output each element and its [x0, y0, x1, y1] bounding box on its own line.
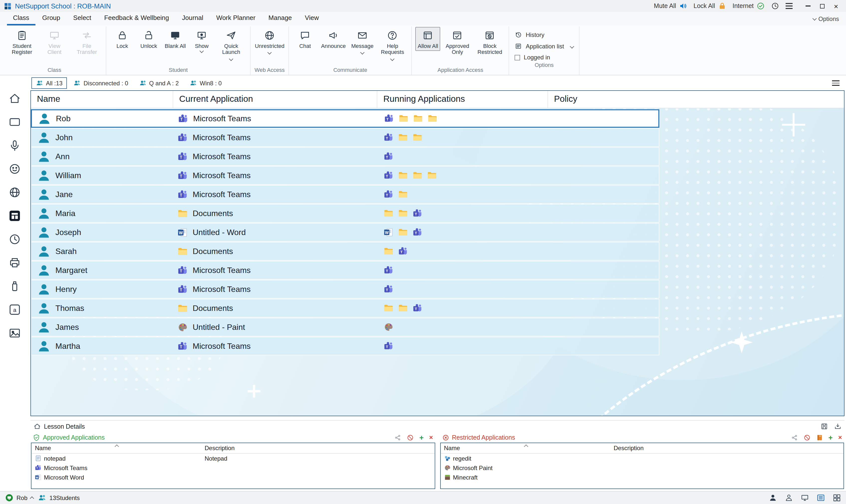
help-requests-button[interactable]: Help Requests [377, 27, 408, 62]
person-icon[interactable] [769, 493, 777, 502]
avatar-icon [37, 283, 50, 296]
menu-tab-select[interactable]: Select [67, 12, 97, 25]
internet-status[interactable]: Internet [733, 2, 764, 10]
lock-button[interactable]: Lock [110, 27, 135, 51]
maximize-button[interactable] [815, 0, 829, 12]
view-tab[interactable]: Q and A : 2 [135, 77, 183, 89]
home-icon[interactable] [8, 92, 21, 105]
student-register-button[interactable]: Student Register [6, 27, 37, 57]
student-row[interactable]: MarthaTMicrosoft TeamsT [31, 337, 659, 355]
share-icon[interactable] [394, 434, 401, 441]
app-list-row[interactable]: TMicrosoft Teams [32, 463, 434, 472]
screenshot-icon[interactable] [8, 327, 21, 339]
menu-icon[interactable] [786, 3, 793, 9]
file-transfer-button[interactable]: File Transfer [71, 27, 102, 57]
journal-icon[interactable] [816, 434, 823, 441]
minecraft-icon [444, 474, 450, 481]
web-access-icon[interactable] [8, 186, 21, 199]
student-row[interactable]: MariaDocumentsT [31, 204, 659, 222]
approved-only-button[interactable]: Approved Only [442, 27, 473, 57]
student-row[interactable]: JamesUntitled - Paint [31, 318, 659, 336]
announce-button[interactable]: Announce [319, 27, 348, 51]
column-header-policy[interactable]: Policy [548, 91, 844, 108]
microphone-icon[interactable] [8, 139, 21, 152]
menu-tab-feedback-wellbeing[interactable]: Feedback & Wellbeing [98, 12, 175, 25]
column-header-name[interactable]: Name [31, 91, 173, 108]
unrestricted-button[interactable]: Unrestricted [254, 27, 285, 56]
student-row[interactable]: RobTMicrosoft TeamsT [31, 109, 659, 128]
block-app-icon[interactable] [803, 434, 810, 441]
restricted-column-description[interactable]: Description [610, 443, 844, 453]
app-list-row[interactable]: regedit [440, 454, 844, 463]
mute-all-button[interactable]: Mute All [654, 2, 687, 10]
person-outline-icon[interactable] [785, 493, 793, 502]
time-limit-icon[interactable] [8, 233, 21, 246]
menu-tab-group[interactable]: Group [36, 12, 66, 25]
ribbon-options-toggle[interactable]: Options [813, 16, 844, 25]
add-app-icon[interactable]: + [419, 434, 424, 441]
quick-launch-button[interactable]: Quick Launch [216, 27, 247, 62]
student-row[interactable]: JohnTMicrosoft TeamsT [31, 128, 659, 147]
chat-button[interactable]: Chat [292, 27, 318, 51]
column-header-running-applications[interactable]: Running Applications [377, 91, 548, 108]
typing-history-icon[interactable]: a [8, 303, 21, 316]
show-button[interactable]: Show [189, 27, 214, 55]
block-app-icon[interactable] [407, 434, 414, 441]
menu-tab-class[interactable]: Class [7, 12, 35, 25]
connected-user[interactable]: Rob [5, 493, 33, 502]
print-icon[interactable] [8, 256, 21, 269]
menu-tab-view[interactable]: View [299, 12, 325, 25]
monitor-icon[interactable] [8, 116, 21, 128]
message-button[interactable]: Message [349, 27, 376, 56]
approved-column-description[interactable]: Description [201, 443, 434, 453]
block-restricted-button[interactable]: Block Restricted [474, 27, 505, 57]
close-button[interactable]: × [829, 0, 843, 12]
app-list-row[interactable]: WMicrosoft Word [32, 472, 434, 482]
app-list-row[interactable]: Minecraft [440, 472, 844, 482]
svg-text:T: T [415, 212, 417, 216]
logged-in-checkbox[interactable]: Logged in [515, 54, 574, 61]
student-row[interactable]: MargaretTMicrosoft TeamsT [31, 261, 659, 280]
clock-icon[interactable] [771, 2, 779, 10]
student-row[interactable]: WilliamTMicrosoft TeamsT [31, 166, 659, 185]
grid-view-icon[interactable] [832, 493, 841, 502]
blank-all-button[interactable]: Blank All [163, 27, 188, 51]
student-row[interactable]: HenryTMicrosoft TeamsT [31, 280, 659, 299]
quick-launch-icon [226, 30, 237, 41]
add-app-icon[interactable]: + [828, 434, 833, 441]
student-row[interactable]: JosephWUntitled - WordWT [31, 223, 659, 241]
lock-all-button[interactable]: Lock All [694, 2, 726, 10]
student-row[interactable]: SarahDocumentsT [31, 242, 659, 260]
application-list-button[interactable]: Application list [515, 42, 574, 50]
monitor-view-icon[interactable] [800, 493, 809, 502]
delete-app-icon[interactable]: × [429, 434, 433, 440]
view-client-button[interactable]: View Client [39, 27, 70, 57]
menu-tab-work-planner[interactable]: Work Planner [210, 12, 262, 25]
export-icon[interactable] [834, 423, 842, 430]
delete-app-icon[interactable]: × [838, 434, 842, 440]
menu-tab-journal[interactable]: Journal [176, 12, 209, 25]
unlock-button[interactable]: Unlock [136, 27, 161, 51]
allow-all-button[interactable]: Allow All [415, 27, 440, 51]
notepad-icon [35, 455, 41, 462]
menu-tab-manage[interactable]: Manage [263, 12, 298, 25]
student-row[interactable]: ThomasDocumentsT [31, 299, 659, 317]
list-menu-icon[interactable] [832, 80, 844, 86]
view-tab[interactable]: All :13 [32, 77, 67, 89]
save-icon[interactable] [821, 423, 828, 430]
student-row[interactable]: AnnTMicrosoft TeamsT [31, 147, 659, 166]
history-button[interactable]: History [515, 31, 574, 38]
view-tab[interactable]: Disconnected : 0 [69, 77, 133, 89]
student-row[interactable]: JaneTMicrosoft TeamsT [31, 185, 659, 203]
minimize-button[interactable] [801, 0, 815, 12]
applications-icon-active[interactable] [8, 210, 21, 222]
list-view-icon[interactable] [816, 493, 825, 502]
lesson-details-bar[interactable]: Lesson Details [31, 420, 845, 432]
column-header-current-application[interactable]: Current Application [173, 91, 377, 108]
app-list-row[interactable]: Microsoft Paint [440, 463, 844, 472]
wellbeing-icon[interactable] [8, 163, 21, 175]
device-icon[interactable] [8, 280, 21, 292]
view-tab[interactable]: Win8 : 0 [185, 77, 226, 89]
app-list-row[interactable]: notepadNotepad [32, 454, 434, 463]
share-icon[interactable] [791, 434, 798, 441]
